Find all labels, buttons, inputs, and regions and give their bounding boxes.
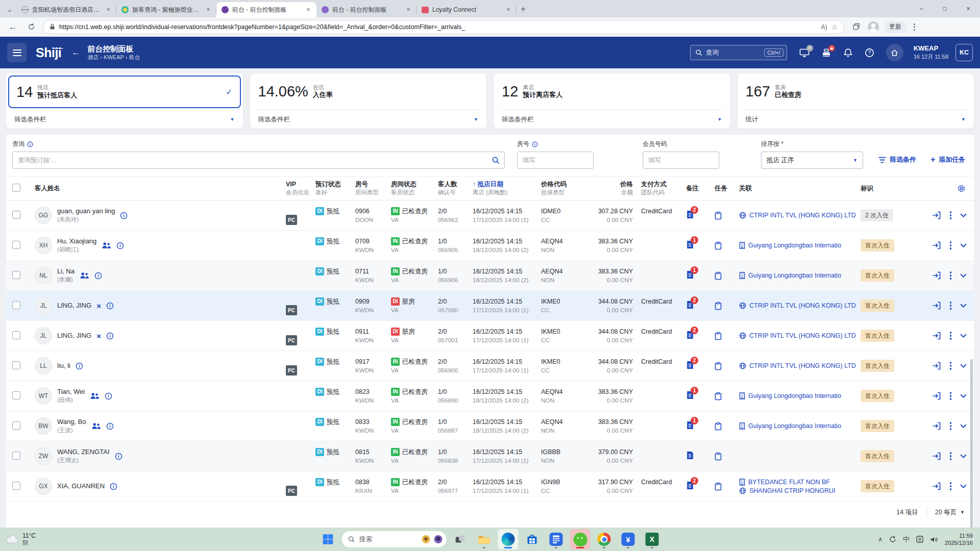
- start-button[interactable]: [318, 529, 338, 549]
- breadcrumb-property[interactable]: KWEAP: [104, 54, 124, 60]
- close-tab-icon[interactable]: ×: [104, 6, 112, 14]
- check-in-icon[interactable]: [932, 241, 941, 249]
- col-arrival-date-sorted[interactable]: ↑ 抵店日期离店 (房晚数): [473, 180, 541, 196]
- tasks-clipboard-icon[interactable]: [715, 211, 739, 220]
- companions-icon[interactable]: [91, 422, 101, 430]
- add-task-button[interactable]: + 添加任务: [930, 155, 965, 164]
- new-tab-button[interactable]: +: [517, 3, 530, 16]
- maximize-window-icon[interactable]: □: [933, 0, 957, 17]
- more-actions-icon[interactable]: [950, 241, 952, 249]
- expand-row-icon[interactable]: [960, 484, 967, 489]
- check-in-icon[interactable]: [932, 271, 941, 280]
- notes-icon[interactable]: 1: [686, 391, 694, 399]
- check-in-icon[interactable]: [932, 332, 941, 340]
- taskbar-weather-widget[interactable]: 11°C 阴: [5, 532, 36, 546]
- col-links[interactable]: 关联: [739, 184, 861, 193]
- global-search-box[interactable]: Ctrl+/: [690, 45, 787, 60]
- card-stats-toggle[interactable]: 统计▼: [738, 110, 974, 129]
- reservation-row[interactable]: NL Li, Na (李娜) DI预抵 0711KWDN IN已检查房: [6, 261, 974, 291]
- notes-icon[interactable]: 1: [686, 270, 694, 279]
- wechat-icon[interactable]: [570, 529, 591, 549]
- expand-row-icon[interactable]: [960, 424, 967, 429]
- expand-row-icon[interactable]: [960, 454, 967, 459]
- row-checkbox[interactable]: [12, 271, 20, 279]
- browser-menu-icon[interactable]: [912, 21, 917, 33]
- row-checkbox[interactable]: [12, 421, 20, 430]
- info-icon[interactable]: [27, 141, 33, 147]
- notifications-bell-icon[interactable]: [843, 48, 853, 58]
- close-tab-icon[interactable]: ×: [204, 6, 212, 14]
- reservation-row[interactable]: WT Tian, Wei (田伟) DI预抵 0823KWDN IN已检查房: [6, 381, 974, 411]
- url-field[interactable]: https://cn1.web.ep.shiji.world/individua…: [43, 20, 844, 34]
- task-view-icon[interactable]: [450, 529, 471, 549]
- search-highlight-icon[interactable]: [422, 535, 430, 543]
- info-icon[interactable]: [110, 483, 117, 490]
- filter-conditions-button[interactable]: 筛选条件: [878, 155, 916, 164]
- row-checkbox[interactable]: [12, 301, 20, 309]
- col-room-status[interactable]: 房间状态客房状态: [391, 180, 438, 196]
- check-in-icon[interactable]: [932, 422, 941, 430]
- col-payment[interactable]: 支付方式团队代码: [641, 180, 686, 196]
- search-highlight-icon[interactable]: [434, 535, 443, 543]
- expand-row-icon[interactable]: [960, 334, 967, 338]
- collections-icon[interactable]: [849, 20, 863, 34]
- calculator-icon[interactable]: [546, 529, 567, 549]
- check-in-icon[interactable]: [932, 362, 941, 370]
- reservation-search-input[interactable]: [12, 152, 505, 169]
- excel-icon[interactable]: X: [642, 529, 663, 549]
- reservation-row[interactable]: ZW WANG, ZENGTAI (王增太) DI预抵 0815KWDN IN已…: [6, 441, 974, 471]
- companions-icon[interactable]: [90, 392, 100, 399]
- hidden-icons-chevron[interactable]: ∧: [878, 536, 883, 543]
- payment-app-icon[interactable]: ¥: [618, 529, 639, 549]
- check-in-icon[interactable]: [932, 302, 941, 310]
- info-icon[interactable]: [106, 422, 114, 430]
- volume-icon[interactable]: [930, 536, 938, 543]
- cashier-icon[interactable]: [821, 48, 831, 58]
- info-icon[interactable]: [120, 212, 128, 219]
- close-tab-icon[interactable]: ×: [304, 6, 312, 14]
- close-window-icon[interactable]: ×: [957, 0, 980, 17]
- card-filter-toggle[interactable]: 筛选条件栏▼: [6, 110, 243, 129]
- touch-keyboard-icon[interactable]: [916, 536, 923, 543]
- card-filter-toggle[interactable]: 筛选条件栏▼: [250, 110, 487, 129]
- tasks-clipboard-icon[interactable]: [715, 392, 739, 400]
- tab-search-button[interactable]: ⌄: [3, 3, 16, 16]
- user-avatar[interactable]: KC: [955, 44, 973, 61]
- taskbar-clock[interactable]: 11:59 2025/12/16: [945, 532, 973, 547]
- companions-icon[interactable]: [102, 242, 111, 249]
- notes-icon[interactable]: 2: [686, 210, 694, 219]
- taskbar-search-box[interactable]: 搜索: [342, 531, 447, 547]
- notes-icon[interactable]: 1: [686, 421, 694, 430]
- browser-tab-loyalty[interactable]: Loyalty Connect ×: [416, 2, 517, 17]
- browser-tab-police-query[interactable]: 旅客查询 - 紫楠旅馆业治安信息管 ×: [116, 2, 216, 17]
- col-vip[interactable]: VIP会员信息: [286, 180, 315, 196]
- col-tags[interactable]: 标识: [861, 184, 915, 193]
- breadcrumb-frontdesk[interactable]: 前台: [129, 54, 140, 60]
- browser-update-button[interactable]: 更新: [884, 21, 906, 33]
- tasks-clipboard-icon[interactable]: [715, 332, 739, 340]
- member-number-input[interactable]: [643, 152, 719, 169]
- more-actions-icon[interactable]: [950, 452, 952, 460]
- stat-card-departures[interactable]: 12 离店预计离店客人 筛选条件栏▼: [494, 73, 730, 129]
- reservation-row[interactable]: LL liu, li PC DI预抵 0917KWDN IN已检查房 VA 2/…: [6, 351, 974, 381]
- profile-link[interactable]: Guiyang Longdongbao Internatio: [739, 422, 861, 430]
- col-price[interactable]: 价格余额: [588, 180, 641, 196]
- info-icon[interactable]: [94, 272, 102, 280]
- tasks-clipboard-icon[interactable]: [715, 452, 739, 461]
- stat-card-inspected-rooms[interactable]: 167 客房已检查房 统计▼: [738, 73, 974, 129]
- microsoft-store-icon[interactable]: [522, 529, 543, 549]
- read-aloud-icon[interactable]: A): [821, 23, 827, 31]
- edge-browser-icon[interactable]: [498, 529, 519, 549]
- more-actions-icon[interactable]: [950, 482, 952, 490]
- property-info[interactable]: KWEAP 16 12月 11:58: [914, 44, 948, 60]
- reservation-row[interactable]: GX XIA, GUANREN PC DI预抵 0838KRXN IN已检查房 …: [6, 471, 974, 502]
- browser-tab-frontdesk-active[interactable]: 前台 - 前台控制面板 ×: [216, 2, 316, 17]
- reservation-row[interactable]: JL LING, JING × PC DI预抵 0909KWDN DI脏房 VA…: [6, 291, 974, 321]
- home-icon[interactable]: [886, 44, 903, 61]
- more-actions-icon[interactable]: [950, 392, 952, 400]
- breadcrumb-hotel[interactable]: 酒店: [87, 54, 99, 60]
- check-in-icon[interactable]: [932, 211, 941, 219]
- expand-row-icon[interactable]: [960, 213, 967, 218]
- profile-link[interactable]: SHANGHAI CTRIP HONGRUI: [739, 487, 861, 494]
- reservation-row[interactable]: JL LING, JING × PC DI预抵 0911KWDN DI脏房 VA…: [6, 321, 974, 351]
